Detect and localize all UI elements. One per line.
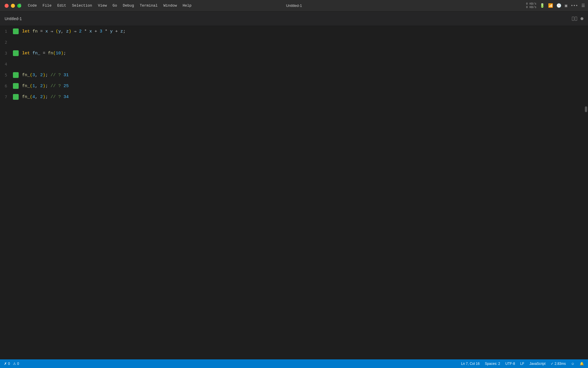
warning-count: 0	[17, 362, 19, 366]
window-title: Untitled-1	[286, 3, 302, 8]
line-dot-4	[13, 61, 19, 67]
token: *	[82, 29, 89, 34]
line-dot-7	[13, 94, 19, 100]
token: )	[43, 95, 45, 99]
code-line-7: 7 fn_ ( 4 , 2 ) ; // ? 34	[0, 91, 584, 102]
token: y	[58, 29, 61, 34]
menu-debug[interactable]: Debug	[121, 3, 136, 8]
encoding[interactable]: UTF-8	[505, 362, 515, 366]
line-number-1: 1	[0, 29, 13, 34]
menu-terminal[interactable]: Terminal	[138, 3, 160, 8]
feedback-icon[interactable]: ☺	[571, 362, 575, 366]
token: // ?	[48, 84, 63, 89]
scrollbar-thumb[interactable]	[585, 106, 587, 112]
token: ,	[35, 84, 40, 89]
line-number-6: 6	[0, 84, 13, 88]
token: +	[92, 29, 100, 34]
statusbar-right: Ln 7, Col 16 Spaces: 2 UTF-8 LF JavaScri…	[461, 362, 584, 366]
token: ;	[45, 95, 48, 99]
statusbar-errors[interactable]: ✗ 0 ⚠ 0	[4, 362, 19, 366]
notifications-icon[interactable]: 🔔	[580, 362, 584, 366]
token: fn_	[22, 84, 30, 89]
menu-help[interactable]: Help	[180, 3, 194, 8]
token: fn	[48, 51, 53, 56]
token: let	[22, 51, 32, 56]
line-number-3: 3	[0, 51, 13, 55]
split-view-icon[interactable]	[572, 17, 577, 21]
titlebar-right-area: 0 KB/s 0 KB/s 🔋 📶 🕐 ▣ ••• ☰	[526, 2, 585, 9]
token: fn_	[22, 73, 30, 78]
error-icon: ✗	[4, 362, 7, 366]
token: +	[113, 29, 120, 34]
cursor-position[interactable]: Ln 7, Col 16	[461, 362, 480, 366]
line-number-2: 2	[0, 40, 13, 45]
token: (	[53, 51, 56, 56]
titlebar:  Code File Edit Selection View Go Debug…	[0, 0, 588, 12]
minimize-button[interactable]	[11, 4, 15, 8]
warning-icon: ⚠	[13, 362, 16, 366]
line-dot-2	[13, 39, 19, 45]
token: ;	[45, 84, 48, 89]
line-content-5: fn_ ( 3 , 2 ) ; // ? 31	[22, 73, 69, 78]
token: 1	[32, 84, 35, 89]
token: *	[102, 29, 110, 34]
line-content-6: fn_ ( 1 , 2 ) ; // ? 25	[22, 84, 69, 89]
code-line-2: 2	[0, 37, 584, 48]
close-button[interactable]	[5, 4, 9, 8]
line-content-3: let fn_ = fn ( 10 ) ;	[22, 51, 66, 56]
token: fn	[32, 29, 38, 34]
editor-header: Untitled-1	[0, 12, 588, 26]
menu-code[interactable]: Code	[26, 3, 39, 8]
token: 25	[63, 84, 69, 89]
timing-info: ✓ 2.83ms	[551, 362, 566, 366]
token: =	[38, 29, 45, 34]
line-dot-1	[13, 28, 19, 34]
token: y	[110, 29, 113, 34]
token: x	[45, 29, 48, 34]
menu-view[interactable]: View	[96, 3, 109, 8]
line-dot-6	[13, 83, 19, 89]
token: ⇒	[71, 29, 79, 34]
battery-icon: 🔋	[540, 3, 545, 8]
menu-edit[interactable]: Edit	[55, 3, 68, 8]
token: 34	[63, 95, 69, 99]
line-number-5: 5	[0, 73, 13, 77]
menu-file[interactable]: File	[40, 3, 54, 8]
token: // ?	[48, 73, 63, 78]
token: 2	[40, 84, 43, 89]
code-lines-container: 1 let fn = x ⇒ ( y , z ) ⇒ 2 * x + 3	[0, 26, 584, 112]
token: 10	[56, 51, 61, 56]
more-icon: •••	[571, 3, 578, 8]
token: (	[56, 29, 58, 34]
token: )	[43, 84, 45, 89]
token: let	[22, 29, 32, 34]
code-line-1: 1 let fn = x ⇒ ( y , z ) ⇒ 2 * x + 3	[0, 26, 584, 37]
line-dot-3	[13, 50, 19, 56]
token: ,	[35, 73, 40, 78]
scrollbar-track[interactable]	[584, 26, 588, 112]
menu-go[interactable]: Go	[110, 3, 119, 8]
apple-menu[interactable]: 	[17, 3, 24, 9]
token: z	[66, 29, 69, 34]
menu-window[interactable]: Window	[161, 3, 179, 8]
code-line-5: 5 fn_ ( 3 , 2 ) ; // ? 31	[0, 70, 584, 80]
line-ending[interactable]: LF	[520, 362, 524, 366]
token: )	[69, 29, 71, 34]
line-dot-5	[13, 72, 19, 78]
menu-selection[interactable]: Selection	[70, 3, 94, 8]
indentation[interactable]: Spaces: 2	[485, 362, 500, 366]
token: ,	[61, 29, 66, 34]
token: (	[30, 73, 32, 78]
token: x	[89, 29, 92, 34]
wifi-icon: 📶	[548, 3, 553, 8]
token: ,	[35, 95, 40, 99]
code-editor[interactable]: 1 let fn = x ⇒ ( y , z ) ⇒ 2 * x + 3	[0, 26, 588, 112]
token: 2	[79, 29, 82, 34]
editor-header-right	[572, 17, 583, 21]
settings-dot-icon[interactable]	[581, 17, 583, 20]
line-content-7: fn_ ( 4 , 2 ) ; // ? 34	[22, 95, 69, 99]
token: ;	[123, 29, 125, 34]
token: 2	[40, 73, 43, 78]
editor-tab-filename[interactable]: Untitled-1	[5, 16, 22, 21]
language-mode[interactable]: JavaScript	[529, 362, 546, 366]
